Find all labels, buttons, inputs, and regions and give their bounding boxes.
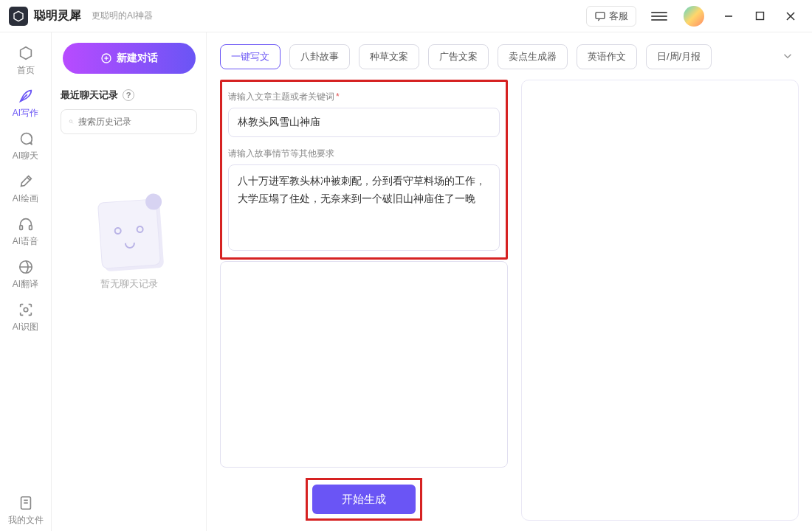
detail-textarea-body[interactable] <box>220 261 508 468</box>
tab-selling[interactable]: 卖点生成器 <box>498 44 568 69</box>
user-avatar[interactable] <box>684 6 704 27</box>
output-panel <box>521 80 799 521</box>
chevron-down-icon <box>781 49 794 63</box>
minimize-button[interactable] <box>716 6 741 27</box>
template-tabs: 一键写文 八卦故事 种草文案 广告文案 卖点生成器 英语作文 日/周/月报 <box>220 44 799 69</box>
svg-point-11 <box>24 308 28 312</box>
nav-chat[interactable]: AI聊天 <box>4 125 48 167</box>
nav-voice[interactable]: AI语音 <box>4 211 48 252</box>
svg-rect-8 <box>19 225 22 229</box>
topic-label: 请输入文章主题或者关键词* <box>228 91 500 103</box>
detail-label: 请输入故事情节等其他要求 <box>228 148 500 160</box>
headphones-icon <box>18 216 34 232</box>
app-logo-icon <box>9 7 28 26</box>
app-title: 聪明灵犀 <box>34 8 81 24</box>
nav-label: AI语音 <box>13 235 38 248</box>
svg-rect-3 <box>756 13 763 20</box>
nav-label: AI绘画 <box>13 192 38 205</box>
svg-marker-0 <box>14 11 23 21</box>
history-search-input[interactable] <box>78 117 189 127</box>
chat-bubble-icon <box>18 131 34 147</box>
svg-rect-1 <box>596 12 605 18</box>
highlight-generate: 开始生成 <box>306 478 422 521</box>
tab-one-click[interactable]: 一键写文 <box>220 44 281 69</box>
nav-draw[interactable]: AI绘画 <box>4 168 48 209</box>
nav-label: AI写作 <box>13 107 38 119</box>
plus-circle-icon <box>100 52 112 64</box>
empty-text: 暂无聊天记录 <box>100 277 158 291</box>
maximize-button[interactable] <box>747 6 772 27</box>
feather-icon <box>18 88 34 104</box>
tabs-expand[interactable] <box>777 45 799 69</box>
nav-vision[interactable]: AI识图 <box>4 296 48 338</box>
topic-input[interactable] <box>228 108 500 137</box>
file-icon <box>18 495 34 511</box>
new-chat-label: 新建对话 <box>117 52 158 65</box>
title-bar: 聪明灵犀 更聪明的AI神器 客服 <box>0 0 812 32</box>
nav-home[interactable]: 首页 <box>4 40 48 81</box>
generate-button[interactable]: 开始生成 <box>312 485 416 514</box>
svg-point-18 <box>69 120 72 123</box>
support-button[interactable]: 客服 <box>586 6 636 27</box>
app-subtitle: 更聪明的AI神器 <box>92 10 153 22</box>
highlight-inputs: 请输入文章主题或者关键词* 请输入故事情节等其他要求 <box>220 80 508 260</box>
tab-ad[interactable]: 广告文案 <box>428 44 489 69</box>
new-chat-button[interactable]: 新建对话 <box>63 43 196 74</box>
empty-illustration-icon <box>97 198 160 268</box>
nav-label: 首页 <box>17 64 35 77</box>
hex-icon <box>18 45 34 61</box>
tab-gossip[interactable]: 八卦故事 <box>289 44 350 69</box>
support-label: 客服 <box>609 10 628 23</box>
tab-grass[interactable]: 种草文案 <box>359 44 419 69</box>
nav-label: AI翻译 <box>13 278 38 291</box>
detail-textarea-top[interactable] <box>228 164 500 251</box>
side-nav: 首页 AI写作 AI聊天 AI绘画 AI语音 AI翻译 AI识图 我 <box>0 32 52 531</box>
chat-history-panel: 新建对话 最近聊天记录 ? 暂无聊天记录 <box>52 32 207 531</box>
tab-english[interactable]: 英语作文 <box>577 44 637 69</box>
nav-files[interactable]: 我的文件 <box>4 490 48 531</box>
nav-translate[interactable]: AI翻译 <box>4 254 48 295</box>
nav-label: AI聊天 <box>13 150 38 162</box>
recent-header: 最近聊天记录 ? <box>61 88 197 102</box>
close-button[interactable] <box>778 6 803 27</box>
tab-report[interactable]: 日/周/月报 <box>646 44 712 69</box>
recent-title: 最近聊天记录 <box>61 88 118 102</box>
nav-write[interactable]: AI写作 <box>4 83 48 124</box>
svg-line-19 <box>72 122 73 124</box>
svg-rect-9 <box>29 225 32 229</box>
translate-icon <box>18 259 34 275</box>
main-content: 一键写文 八卦故事 种草文案 广告文案 卖点生成器 英语作文 日/周/月报 请输… <box>207 32 812 531</box>
svg-marker-6 <box>20 46 31 59</box>
nav-label: 我的文件 <box>8 514 44 527</box>
scan-icon <box>18 302 34 318</box>
nav-label: AI识图 <box>13 321 38 333</box>
help-icon[interactable]: ? <box>123 89 134 101</box>
empty-history: 暂无聊天记录 <box>100 201 159 291</box>
brush-icon <box>18 173 34 190</box>
chat-icon <box>594 10 606 22</box>
menu-button[interactable] <box>651 8 667 24</box>
search-icon <box>69 117 74 127</box>
input-form: 请输入文章主题或者关键词* 请输入故事情节等其他要求 开始生成 <box>220 80 508 521</box>
history-search[interactable] <box>61 109 197 134</box>
